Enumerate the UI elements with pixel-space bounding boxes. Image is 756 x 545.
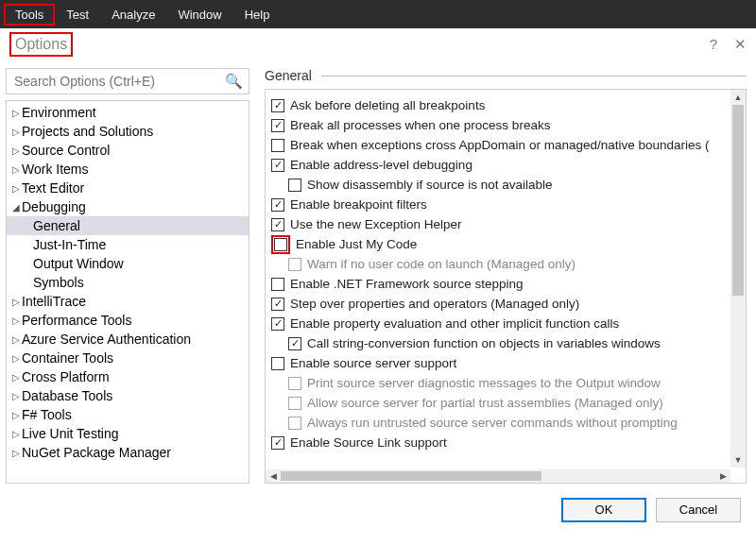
tree-item-child[interactable]: Just-In-Time <box>7 235 249 254</box>
tree-item[interactable]: ▷IntelliTrace <box>7 292 249 311</box>
option-row: Enable Source Link support <box>271 433 742 452</box>
tree-item[interactable]: ▷Projects and Solutions <box>7 122 249 141</box>
option-label: Use the new Exception Helper <box>290 217 462 231</box>
chevron-right-icon[interactable]: ▷ <box>10 372 22 383</box>
checkbox <box>288 397 301 410</box>
option-row: Ask before deleting all breakpoints <box>271 95 742 115</box>
tree-item[interactable]: ▷Text Editor <box>7 179 249 197</box>
checkbox[interactable] <box>271 436 284 450</box>
option-row: Allow source server for partial trust as… <box>271 393 742 413</box>
tree-item-label: Cross Platform <box>22 369 110 384</box>
checkbox[interactable] <box>274 238 287 251</box>
checkbox[interactable] <box>288 179 301 192</box>
tree-item[interactable]: ▷Container Tools <box>7 349 249 367</box>
scroll-thumb[interactable] <box>732 105 744 296</box>
tree-item[interactable]: ▷Environment <box>7 103 249 122</box>
chevron-right-icon[interactable]: ▷ <box>10 334 22 345</box>
checkbox[interactable] <box>271 198 284 212</box>
option-row: Print source server diagnostic messages … <box>271 373 742 393</box>
option-row: Always run untrusted source server comma… <box>271 413 742 433</box>
scroll-right-icon[interactable]: ▶ <box>715 469 730 483</box>
tree-item-child[interactable]: General <box>7 216 249 235</box>
search-box[interactable]: 🔍 <box>6 68 249 94</box>
search-input[interactable] <box>12 73 225 90</box>
tree-item-label: Live Unit Testing <box>22 426 118 441</box>
ok-button[interactable]: OK <box>561 498 646 522</box>
tree-item-child[interactable]: Output Window <box>7 254 249 273</box>
checkbox[interactable] <box>271 119 284 132</box>
tree-item[interactable]: ▷Live Unit Testing <box>7 424 249 443</box>
chevron-right-icon[interactable]: ▷ <box>10 448 22 458</box>
menu-window[interactable]: Window <box>166 4 232 26</box>
option-label: Always run untrusted source server comma… <box>307 416 678 430</box>
divider <box>321 76 747 77</box>
tree-item[interactable]: ▷Azure Service Authentication <box>7 330 249 349</box>
scroll-up-icon[interactable]: ▲ <box>730 90 746 105</box>
option-row: Break when exceptions cross AppDomain or… <box>271 135 742 155</box>
chevron-right-icon[interactable]: ▷ <box>10 108 22 118</box>
checkbox[interactable] <box>271 218 284 231</box>
option-row: Warn if no user code on launch (Managed … <box>271 254 742 274</box>
chevron-down-icon[interactable]: ◢ <box>10 202 22 213</box>
search-icon[interactable]: 🔍 <box>225 73 243 90</box>
tree-item[interactable]: ▷Database Tools <box>7 386 249 405</box>
menu-analyze[interactable]: Analyze <box>100 4 166 26</box>
horizontal-scrollbar[interactable]: ◀ ▶ <box>266 469 730 483</box>
dialog-titlebar: Options ? ✕ <box>0 28 756 60</box>
option-label: Break when exceptions cross AppDomain or… <box>290 138 710 152</box>
option-row: Enable Just My Code <box>271 234 742 254</box>
tree-item[interactable]: ▷Work Items <box>7 160 249 179</box>
option-row: Enable property evaluation and other imp… <box>271 314 742 333</box>
tree-item-label: Projects and Solutions <box>22 124 153 139</box>
tree-item-child[interactable]: Symbols <box>7 273 249 292</box>
chevron-right-icon[interactable]: ▷ <box>10 183 22 194</box>
chevron-right-icon[interactable]: ▷ <box>10 429 22 439</box>
scroll-down-icon[interactable]: ▼ <box>730 452 746 468</box>
menu-test[interactable]: Test <box>55 4 100 26</box>
checkbox[interactable] <box>288 337 301 350</box>
checkbox <box>288 377 301 390</box>
options-tree[interactable]: ▷Environment▷Projects and Solutions▷Sour… <box>6 100 249 484</box>
tree-item[interactable]: ▷Performance Tools <box>7 311 249 330</box>
option-label: Allow source server for partial trust as… <box>307 396 663 410</box>
close-icon[interactable]: ✕ <box>734 36 747 53</box>
scroll-left-icon[interactable]: ◀ <box>266 469 281 483</box>
chevron-right-icon[interactable]: ▷ <box>10 127 22 137</box>
chevron-right-icon[interactable]: ▷ <box>10 315 22 326</box>
chevron-right-icon[interactable]: ▷ <box>10 353 22 364</box>
tree-item[interactable]: ▷NuGet Package Manager <box>7 443 249 462</box>
chevron-right-icon[interactable]: ▷ <box>10 410 22 420</box>
checkbox[interactable] <box>271 159 284 172</box>
vertical-scrollbar[interactable]: ▲ ▼ <box>730 90 746 468</box>
option-row: Step over properties and operators (Mana… <box>271 294 742 314</box>
menu-tools[interactable]: Tools <box>4 4 55 26</box>
option-label: Enable .NET Framework source stepping <box>290 277 524 291</box>
checkbox[interactable] <box>271 278 284 291</box>
chevron-right-icon[interactable]: ▷ <box>10 164 22 175</box>
checkbox[interactable] <box>271 298 284 311</box>
tree-item[interactable]: ▷F# Tools <box>7 405 249 424</box>
tree-item[interactable]: ◢Debugging <box>7 197 249 216</box>
help-icon[interactable]: ? <box>710 36 717 53</box>
hscroll-thumb[interactable] <box>281 471 541 481</box>
tree-item-label: Work Items <box>22 162 89 177</box>
chevron-right-icon[interactable]: ▷ <box>10 391 22 401</box>
tree-item[interactable]: ▷Cross Platform <box>7 367 249 386</box>
tree-item-label: Azure Service Authentication <box>22 332 191 347</box>
checkbox[interactable] <box>271 357 284 370</box>
chevron-right-icon[interactable]: ▷ <box>10 297 22 307</box>
cancel-button[interactable]: Cancel <box>656 498 741 522</box>
checkbox[interactable] <box>271 139 284 152</box>
tree-item[interactable]: ▷Source Control <box>7 141 249 160</box>
menu-help[interactable]: Help <box>233 4 282 26</box>
option-label: Call string-conversion function on objec… <box>307 336 661 350</box>
option-row: Show disassembly if source is not availa… <box>271 175 742 195</box>
checkbox[interactable] <box>271 317 284 331</box>
option-label: Break all processes when one process bre… <box>290 118 550 132</box>
checkbox[interactable] <box>271 99 284 112</box>
chevron-right-icon[interactable]: ▷ <box>10 145 22 156</box>
options-panel: Ask before deleting all breakpointsBreak… <box>265 89 747 484</box>
option-row: Enable breakpoint filters <box>271 195 742 214</box>
option-row: Enable .NET Framework source stepping <box>271 274 742 294</box>
tree-item-label: Debugging <box>22 199 86 214</box>
